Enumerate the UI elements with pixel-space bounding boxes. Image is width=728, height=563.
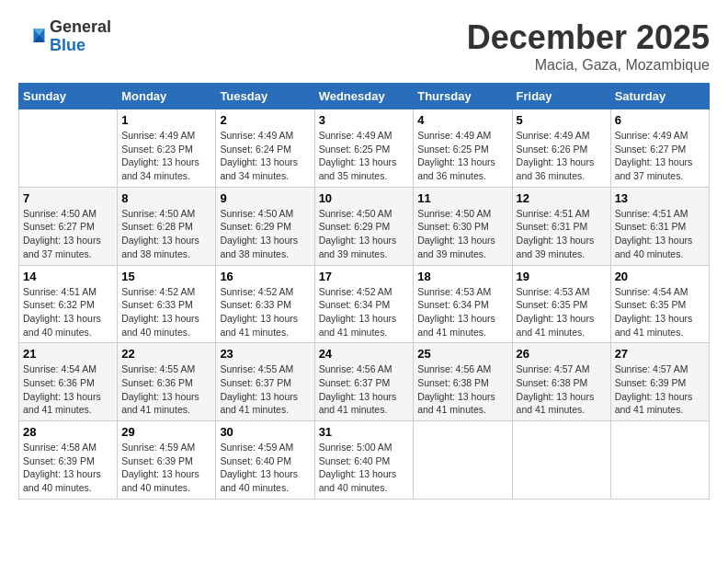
calendar-week-row: 14Sunrise: 4:51 AMSunset: 6:32 PMDayligh… [19, 265, 710, 343]
day-info: Sunrise: 4:49 AMSunset: 6:25 PMDaylight:… [319, 129, 410, 183]
calendar-day-header: Tuesday [216, 84, 314, 109]
day-info: Sunrise: 4:49 AMSunset: 6:27 PMDaylight:… [615, 129, 705, 183]
calendar-cell: 14Sunrise: 4:51 AMSunset: 6:32 PMDayligh… [19, 265, 118, 343]
calendar-cell: 15Sunrise: 4:52 AMSunset: 6:33 PMDayligh… [118, 265, 216, 343]
day-info: Sunrise: 4:54 AMSunset: 6:36 PMDaylight:… [23, 362, 113, 417]
day-number: 17 [319, 270, 410, 283]
calendar-cell: 24Sunrise: 4:56 AMSunset: 6:37 PMDayligh… [314, 343, 414, 421]
day-info: Sunrise: 4:49 AMSunset: 6:23 PMDaylight:… [121, 129, 211, 183]
day-info: Sunrise: 4:49 AMSunset: 6:25 PMDaylight:… [417, 129, 507, 183]
calendar-cell: 22Sunrise: 4:55 AMSunset: 6:36 PMDayligh… [118, 343, 216, 421]
calendar-cell: 27Sunrise: 4:57 AMSunset: 6:39 PMDayligh… [610, 343, 709, 421]
day-info: Sunrise: 4:49 AMSunset: 6:26 PMDaylight:… [517, 129, 607, 183]
day-info: Sunrise: 4:50 AMSunset: 6:29 PMDaylight:… [220, 207, 310, 261]
day-info: Sunrise: 4:52 AMSunset: 6:33 PMDaylight:… [220, 285, 310, 339]
calendar-cell: 10Sunrise: 4:50 AMSunset: 6:29 PMDayligh… [314, 187, 414, 265]
day-number: 3 [319, 113, 410, 127]
calendar-cell: 19Sunrise: 4:53 AMSunset: 6:35 PMDayligh… [512, 265, 610, 343]
day-info: Sunrise: 4:51 AMSunset: 6:32 PMDaylight:… [23, 285, 113, 339]
logo-general: General [50, 17, 111, 36]
day-number: 5 [517, 113, 607, 127]
logo-text: General Blue [50, 18, 111, 55]
calendar-cell: 30Sunrise: 4:59 AMSunset: 6:40 PMDayligh… [216, 421, 314, 500]
calendar-cell: 20Sunrise: 4:54 AMSunset: 6:35 PMDayligh… [610, 265, 709, 343]
day-number: 10 [319, 191, 410, 205]
calendar-week-row: 1Sunrise: 4:49 AMSunset: 6:23 PMDaylight… [19, 109, 710, 188]
day-number: 15 [121, 270, 211, 283]
calendar-week-row: 21Sunrise: 4:54 AMSunset: 6:36 PMDayligh… [19, 343, 710, 421]
day-number: 30 [220, 425, 310, 439]
day-number: 19 [517, 270, 607, 283]
calendar-cell: 31Sunrise: 5:00 AMSunset: 6:40 PMDayligh… [314, 421, 414, 500]
calendar-day-header: Monday [118, 84, 216, 109]
calendar-cell: 9Sunrise: 4:50 AMSunset: 6:29 PMDaylight… [216, 187, 314, 265]
day-number: 26 [517, 347, 607, 361]
day-number: 18 [417, 270, 507, 283]
day-number: 12 [517, 191, 607, 205]
calendar-cell: 29Sunrise: 4:59 AMSunset: 6:39 PMDayligh… [118, 421, 216, 500]
day-info: Sunrise: 4:50 AMSunset: 6:29 PMDaylight:… [319, 207, 410, 261]
calendar-cell: 16Sunrise: 4:52 AMSunset: 6:33 PMDayligh… [216, 265, 314, 343]
day-info: Sunrise: 4:59 AMSunset: 6:39 PMDaylight:… [121, 441, 211, 495]
calendar-cell: 4Sunrise: 4:49 AMSunset: 6:25 PMDaylight… [414, 109, 512, 188]
day-number: 8 [121, 191, 211, 205]
day-number: 6 [615, 113, 705, 127]
day-info: Sunrise: 4:53 AMSunset: 6:35 PMDaylight:… [517, 285, 607, 339]
title-area: December 2025 Macia, Gaza, Mozambique [467, 18, 710, 74]
calendar-cell: 28Sunrise: 4:58 AMSunset: 6:39 PMDayligh… [19, 421, 118, 500]
day-number: 25 [417, 347, 507, 361]
day-number: 16 [220, 270, 310, 283]
calendar-cell: 17Sunrise: 4:52 AMSunset: 6:34 PMDayligh… [314, 265, 414, 343]
logo-blue-text: Blue [50, 36, 85, 54]
day-info: Sunrise: 4:49 AMSunset: 6:24 PMDaylight:… [220, 129, 310, 183]
day-info: Sunrise: 4:56 AMSunset: 6:37 PMDaylight:… [319, 362, 410, 417]
day-number: 23 [220, 347, 310, 361]
calendar-cell: 18Sunrise: 4:53 AMSunset: 6:34 PMDayligh… [414, 265, 512, 343]
day-number: 20 [615, 270, 705, 283]
calendar-cell: 13Sunrise: 4:51 AMSunset: 6:31 PMDayligh… [610, 187, 709, 265]
day-info: Sunrise: 4:51 AMSunset: 6:31 PMDaylight:… [615, 207, 705, 261]
day-number: 2 [220, 113, 310, 127]
day-number: 22 [121, 347, 211, 361]
day-number: 28 [23, 425, 113, 439]
day-info: Sunrise: 4:51 AMSunset: 6:31 PMDaylight:… [517, 207, 607, 261]
calendar-cell: 26Sunrise: 4:57 AMSunset: 6:38 PMDayligh… [512, 343, 610, 421]
day-number: 13 [615, 191, 705, 205]
day-number: 11 [417, 191, 507, 205]
calendar-cell: 5Sunrise: 4:49 AMSunset: 6:26 PMDaylight… [512, 109, 610, 188]
day-number: 7 [23, 191, 113, 205]
calendar-day-header: Saturday [610, 84, 709, 109]
calendar-day-header: Thursday [414, 84, 512, 109]
calendar-cell: 6Sunrise: 4:49 AMSunset: 6:27 PMDaylight… [610, 109, 709, 188]
calendar-day-header: Sunday [19, 84, 118, 109]
day-number: 31 [319, 425, 410, 439]
day-number: 21 [23, 347, 113, 361]
day-info: Sunrise: 4:52 AMSunset: 6:33 PMDaylight:… [121, 285, 211, 339]
calendar-table: SundayMondayTuesdayWednesdayThursdayFrid… [18, 83, 710, 500]
calendar-cell: 25Sunrise: 4:56 AMSunset: 6:38 PMDayligh… [414, 343, 512, 421]
day-number: 27 [615, 347, 705, 361]
calendar-cell: 12Sunrise: 4:51 AMSunset: 6:31 PMDayligh… [512, 187, 610, 265]
day-info: Sunrise: 4:53 AMSunset: 6:34 PMDaylight:… [417, 285, 507, 339]
day-info: Sunrise: 4:57 AMSunset: 6:39 PMDaylight:… [615, 362, 705, 417]
logo: General Blue [18, 18, 111, 55]
calendar-cell [610, 421, 709, 500]
day-number: 9 [220, 191, 310, 205]
day-info: Sunrise: 4:57 AMSunset: 6:38 PMDaylight:… [517, 362, 607, 417]
calendar-cell: 23Sunrise: 4:55 AMSunset: 6:37 PMDayligh… [216, 343, 314, 421]
day-info: Sunrise: 5:00 AMSunset: 6:40 PMDaylight:… [319, 441, 410, 495]
calendar-cell: 21Sunrise: 4:54 AMSunset: 6:36 PMDayligh… [19, 343, 118, 421]
day-info: Sunrise: 4:50 AMSunset: 6:28 PMDaylight:… [121, 207, 211, 261]
calendar-cell [512, 421, 610, 500]
day-number: 14 [23, 270, 113, 283]
calendar-cell [19, 109, 118, 188]
day-info: Sunrise: 4:52 AMSunset: 6:34 PMDaylight:… [319, 285, 410, 339]
calendar-cell: 2Sunrise: 4:49 AMSunset: 6:24 PMDaylight… [216, 109, 314, 188]
calendar-week-row: 7Sunrise: 4:50 AMSunset: 6:27 PMDaylight… [19, 187, 710, 265]
calendar-cell: 3Sunrise: 4:49 AMSunset: 6:25 PMDaylight… [314, 109, 414, 188]
page-header: General Blue December 2025 Macia, Gaza, … [18, 18, 710, 74]
calendar-cell [414, 421, 512, 500]
calendar-week-row: 28Sunrise: 4:58 AMSunset: 6:39 PMDayligh… [19, 421, 710, 500]
day-number: 1 [121, 113, 211, 127]
calendar-cell: 11Sunrise: 4:50 AMSunset: 6:30 PMDayligh… [414, 187, 512, 265]
